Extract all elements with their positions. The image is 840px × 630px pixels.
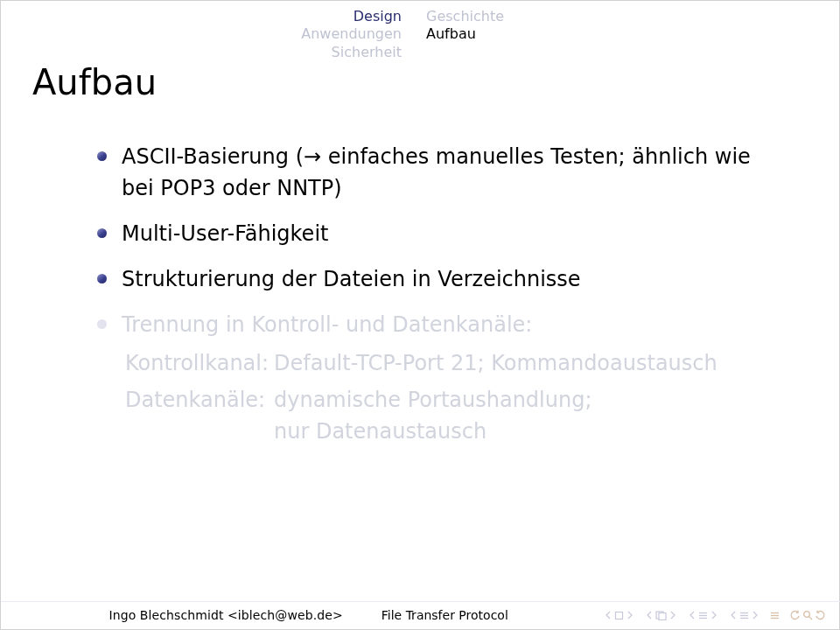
bullet-ascii: ASCII-Basierung (→ einfaches manuelles T… bbox=[97, 141, 771, 204]
nav-undo-group bbox=[790, 610, 825, 620]
section-sicherheit[interactable]: Sicherheit bbox=[1, 44, 402, 61]
footer-author: Ingo Blechschmidt <iblech@web.de> bbox=[1, 608, 362, 622]
nav-striped-icon-2[interactable] bbox=[739, 611, 749, 620]
subsection-geschichte[interactable]: Geschichte bbox=[426, 8, 834, 25]
nav-section-group bbox=[729, 611, 760, 620]
desc-def-line2: nur Datenaustausch bbox=[274, 419, 486, 444]
nav-prev-frame-icon[interactable] bbox=[645, 611, 654, 620]
nav-next-frame-icon[interactable] bbox=[668, 611, 677, 620]
bullet-trennung: Trennung in Kontroll- und Datenkanäle: K… bbox=[97, 309, 771, 447]
nav-next-section-icon[interactable] bbox=[751, 611, 760, 620]
bullet-text: Multi-User-Fähigkeit bbox=[122, 221, 328, 246]
nav-prev-slide-icon[interactable] bbox=[604, 611, 612, 620]
nav-subsection-group bbox=[688, 611, 718, 620]
desc-def-line1: dynamische Portaushandlung; bbox=[274, 388, 592, 412]
svg-rect-2 bbox=[659, 612, 666, 620]
desc-term-kontrollkanal: Kontrollkanal: bbox=[125, 347, 265, 379]
nav-search-icon[interactable] bbox=[802, 610, 813, 620]
bullet-multiuser: Multi-User-Fähigkeit bbox=[97, 218, 771, 249]
frame-title: Aufbau bbox=[32, 62, 157, 102]
bullet-struktur: Strukturierung der Dateien in Verzeichni… bbox=[97, 263, 771, 295]
svg-point-12 bbox=[804, 612, 810, 618]
bullet-text: Strukturierung der Dateien in Verzeichni… bbox=[122, 267, 581, 291]
bullet-text: Trennung in Kontroll- und Datenkanäle: bbox=[122, 312, 532, 337]
nav-forward-icon[interactable] bbox=[815, 610, 825, 620]
slide: Design Anwendungen Sicherheit Geschichte… bbox=[0, 0, 840, 630]
nav-frame-group bbox=[645, 611, 677, 620]
nav-frame-icon[interactable] bbox=[655, 611, 667, 620]
nav-slide-group bbox=[604, 611, 634, 620]
footer-title: File Transfer Protocol bbox=[362, 608, 604, 622]
svg-line-13 bbox=[809, 617, 812, 620]
nav-next-slide-icon[interactable] bbox=[626, 611, 634, 620]
section-design[interactable]: Design bbox=[1, 8, 402, 25]
desc-def-datenkanaele: dynamische Portaushandlung; nur Datenaus… bbox=[274, 384, 771, 447]
content-area: ASCII-Basierung (→ einfaches manuelles T… bbox=[97, 141, 771, 461]
bullet-text: ASCII-Basierung (→ einfaches manuelles T… bbox=[122, 144, 751, 200]
footer-bar: Ingo Blechschmidt <iblech@web.de> File T… bbox=[1, 601, 840, 629]
desc-def-kontrollkanal: Default-TCP-Port 21; Kommandoaustausch bbox=[274, 347, 771, 379]
nav-icon-tray bbox=[604, 610, 840, 620]
nav-striped-final-icon[interactable] bbox=[770, 611, 780, 620]
nav-prev-subsection-icon[interactable] bbox=[688, 611, 696, 620]
svg-rect-0 bbox=[616, 612, 623, 619]
nav-striped-icon[interactable] bbox=[698, 611, 708, 620]
section-anwendungen[interactable]: Anwendungen bbox=[1, 25, 402, 43]
top-navigation: Design Anwendungen Sicherheit Geschichte… bbox=[1, 8, 840, 61]
nav-back-icon[interactable] bbox=[790, 610, 801, 620]
nav-next-subsection-icon[interactable] bbox=[710, 611, 718, 620]
nav-prev-section-icon[interactable] bbox=[729, 611, 738, 620]
desc-term-datenkanaele: Datenkanäle: bbox=[125, 384, 265, 447]
nav-slide-icon[interactable] bbox=[614, 611, 624, 620]
subsection-aufbau[interactable]: Aufbau bbox=[426, 25, 834, 43]
